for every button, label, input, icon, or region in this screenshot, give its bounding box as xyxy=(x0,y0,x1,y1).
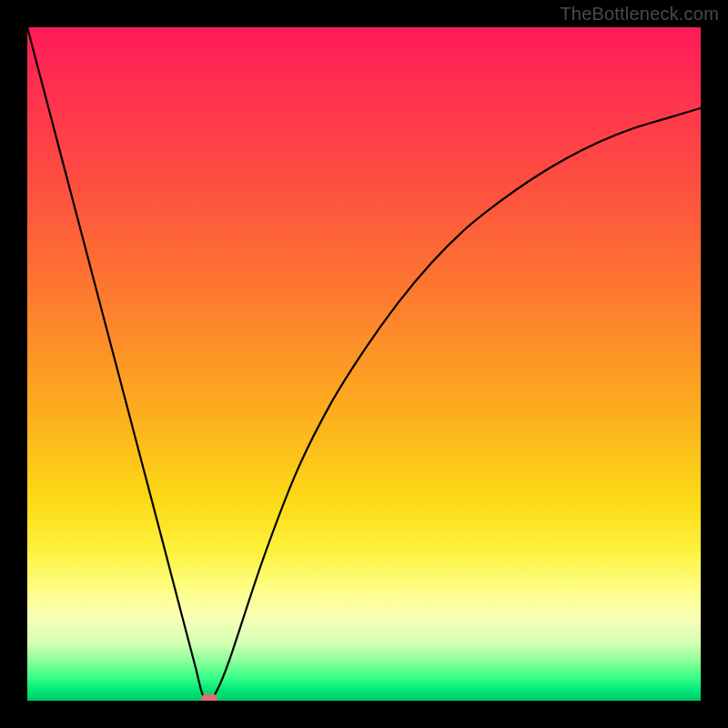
plot-area xyxy=(27,27,701,701)
minimum-marker xyxy=(201,693,217,701)
curve-svg xyxy=(27,27,701,701)
chart-frame: TheBottleneck.com xyxy=(0,0,728,728)
watermark-text: TheBottleneck.com xyxy=(560,4,719,25)
bottleneck-curve xyxy=(27,27,701,699)
